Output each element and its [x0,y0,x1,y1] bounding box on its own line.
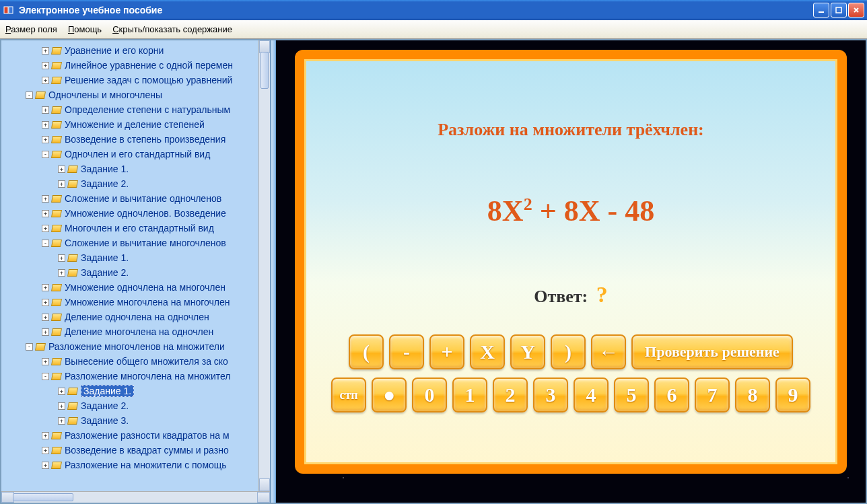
tree-item[interactable]: +Деление одночлена на одночлен [1,310,258,324]
tree-item[interactable]: +Умножение одночленов. Возведение [1,206,258,221]
vertical-scrollbar[interactable] [258,40,270,491]
tree-item[interactable]: -Разложение многочленов на множители [1,339,258,354]
expand-icon[interactable]: - [42,373,49,380]
keypad-key[interactable]: - [389,334,424,369]
expand-icon[interactable]: + [42,77,49,84]
tree[interactable]: +Уравнение и его корни+Линейное уравнени… [1,40,258,491]
expand-icon[interactable]: + [42,195,49,203]
tree-item-label[interactable]: Сложение и вычитание многочленов [65,238,226,248]
tree-item[interactable]: +Сложение и вычитание одночленов [1,191,258,206]
tree-item[interactable]: +Разложение на множители с помощь [1,458,258,472]
tree-item[interactable]: +Разложение разности квадратов на м [1,428,258,443]
expand-icon[interactable]: + [42,210,49,217]
keypad-key[interactable]: 3 [533,377,568,412]
tree-item-label[interactable]: Возведение в степень произведения [65,134,226,145]
keypad-key[interactable]: ● [372,377,407,412]
tree-item[interactable]: +Задание 1. [1,161,258,176]
keypad-key[interactable]: 6 [654,377,689,412]
tree-item[interactable]: +Задание 1. [1,250,258,265]
tree-item-label[interactable]: Задание 1. [81,252,129,263]
tree-item-label[interactable]: Возведение в квадрат суммы и разно [65,445,229,456]
keypad-key[interactable]: ) [551,334,586,369]
minimize-button[interactable] [813,3,829,17]
tree-item-label[interactable]: Задание 2. [81,400,129,411]
tree-item-label[interactable]: Задание 3. [81,415,129,426]
expand-icon[interactable]: + [58,254,65,262]
keypad-key[interactable]: 0 [412,377,447,412]
tree-item-label[interactable]: Умножение многочлена на многочлен [65,297,230,308]
expand-icon[interactable]: + [42,284,49,291]
tree-item[interactable]: +Линейное уравнение с одной перемен [1,58,258,73]
menu-toggle[interactable]: Скрыть/показать содержание [112,24,232,34]
expand-icon[interactable]: + [58,166,65,173]
expand-icon[interactable]: + [42,299,49,306]
tree-item[interactable]: -Сложение и вычитание многочленов [1,236,258,250]
close-button[interactable] [848,3,864,17]
tree-item-label[interactable]: Задание 1. [81,164,129,174]
keypad-key[interactable]: 2 [493,377,528,412]
tree-item-label[interactable]: Решение задач с помощью уравнений [65,75,232,85]
tree-item[interactable]: +Задание 2. [1,176,258,191]
keypad-key[interactable]: Y [510,334,545,369]
tree-item-label[interactable]: Деление одночлена на одночлен [65,312,209,322]
tree-item-label[interactable]: Задание 2. [81,178,129,189]
keypad-key[interactable]: ← [591,334,626,369]
tree-item-label[interactable]: Умножение одночлена на многочлен [65,282,226,293]
tree-item-label[interactable]: Разложение на множители с помощь [65,460,227,470]
tree-item[interactable]: -Разложение многочлена на множител [1,369,258,384]
tree-item[interactable]: +Умножение многочлена на многочлен [1,295,258,310]
keypad-key[interactable]: 8 [735,377,770,412]
tree-item-label[interactable]: Вынесение общего множителя за ско [65,356,228,367]
tree-item-label[interactable]: Разложение разности квадратов на м [65,430,230,441]
expand-icon[interactable]: + [42,121,49,129]
tree-item-label[interactable]: Разложение многочленов на множители [48,341,225,352]
keypad-key[interactable]: X [470,334,505,369]
expand-icon[interactable]: + [42,314,49,321]
expand-icon[interactable]: + [42,136,49,143]
expand-icon[interactable]: + [42,47,49,55]
horizontal-scrollbar[interactable] [1,491,270,503]
keypad-key[interactable]: 5 [614,377,649,412]
expand-icon[interactable]: + [58,180,65,188]
keypad-key[interactable]: + [429,334,464,369]
tree-item-label[interactable]: Задание 2. [81,267,129,278]
tree-item-label[interactable]: Уравнение и его корни [65,45,164,56]
tree-item[interactable]: +Задание 3. [1,413,258,428]
tree-item[interactable]: +Умножение одночлена на многочлен [1,280,258,295]
keypad-key[interactable]: 4 [574,377,609,412]
expand-icon[interactable]: + [42,358,49,365]
tree-item[interactable]: +Возведение в степень произведения [1,132,258,147]
expand-icon[interactable]: + [42,447,49,454]
tree-item[interactable]: +Возведение в квадрат суммы и разно [1,443,258,458]
expand-icon[interactable]: - [26,343,33,351]
expand-icon[interactable]: + [58,417,65,425]
expand-icon[interactable]: + [42,432,49,439]
tree-item-label[interactable]: Деление многочлена на одночлен [65,326,213,337]
tree-item-label[interactable]: Линейное уравнение с одной перемен [65,60,233,71]
keypad-key[interactable]: 1 [452,377,487,412]
expand-icon[interactable]: + [58,402,65,410]
keypad-key[interactable]: 9 [775,377,810,412]
tree-item-label[interactable]: Сложение и вычитание одночленов [65,193,221,204]
check-solution-button[interactable]: Проверить решение [631,334,793,369]
expand-icon[interactable]: + [42,328,49,336]
expand-icon[interactable]: + [58,388,65,395]
tree-item[interactable]: +Вынесение общего множителя за ско [1,354,258,369]
tree-item[interactable]: +Задание 1. [1,384,258,398]
tree-item-label[interactable]: Разложение многочлена на множител [65,371,231,382]
tree-item[interactable]: +Многочлен и его стандартный вид [1,221,258,236]
menu-help[interactable]: Помощь [68,24,102,34]
expand-icon[interactable]: + [42,62,49,69]
tree-item-label[interactable]: Одночлены и многочлены [48,89,162,100]
expand-icon[interactable]: + [42,106,49,114]
tree-item-label[interactable]: Многочлен и его стандартный вид [65,223,214,233]
tree-item-label[interactable]: Умножение одночленов. Возведение [65,208,226,219]
tree-item[interactable]: +Решение задач с помощью уравнений [1,73,258,87]
maximize-button[interactable] [831,3,847,17]
tree-item[interactable]: +Задание 2. [1,398,258,413]
tree-item[interactable]: +Задание 2. [1,265,258,280]
tree-item-label[interactable]: Умножение и деление степеней [65,119,205,130]
tree-item[interactable]: +Деление многочлена на одночлен [1,324,258,339]
expand-icon[interactable]: - [26,92,33,99]
keypad-key[interactable]: ( [349,334,384,369]
